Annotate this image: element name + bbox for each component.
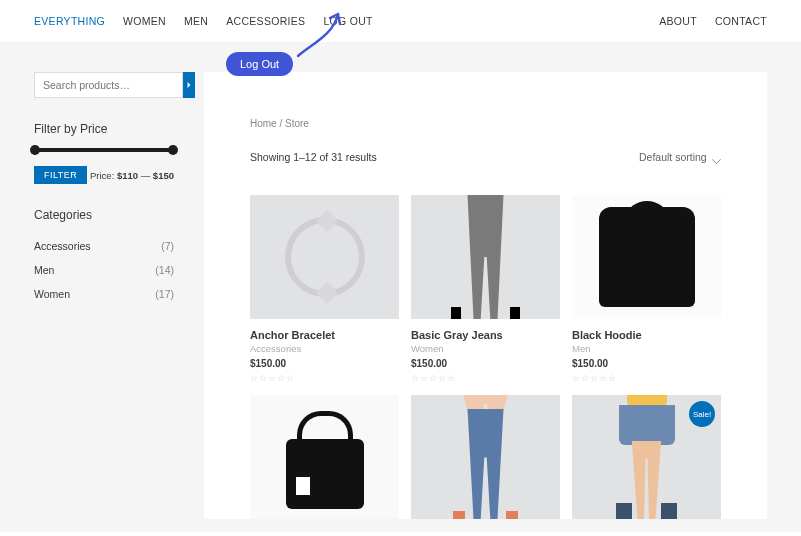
product-image	[572, 195, 721, 319]
breadcrumb[interactable]: Home / Store	[250, 118, 721, 129]
sort-select[interactable]: Default sorting	[639, 151, 721, 163]
category-women[interactable]: Women (17)	[34, 282, 174, 306]
product-card[interactable]: Basic Gray Jeans Women $150.00 ☆☆☆☆☆	[411, 195, 560, 383]
category-men[interactable]: Men (14)	[34, 258, 174, 282]
product-image	[411, 395, 560, 519]
sort-dropdown[interactable]: Default sorting	[639, 151, 721, 163]
category-label: Men	[34, 264, 54, 276]
filter-title: Filter by Price	[34, 122, 174, 136]
category-count: (14)	[155, 264, 174, 276]
product-image: Sale!	[572, 395, 721, 519]
product-title: Black Hoodie	[572, 329, 721, 341]
categories-title: Categories	[34, 208, 174, 222]
main-content: Home / Store Showing 1–12 of 31 results …	[204, 72, 767, 519]
product-price: $150.00	[250, 358, 399, 369]
sale-badge: Sale!	[689, 401, 715, 427]
nav-about[interactable]: ABOUT	[659, 15, 697, 27]
product-image	[250, 195, 399, 319]
product-category: Accessories	[250, 343, 399, 354]
product-title: Anchor Bracelet	[250, 329, 399, 341]
results-count: Showing 1–12 of 31 results	[250, 151, 377, 163]
price-sep: —	[138, 170, 153, 181]
nav-men[interactable]: MEN	[184, 15, 208, 27]
logout-callout: Log Out	[226, 52, 293, 76]
nav-everything[interactable]: EVERYTHING	[34, 15, 105, 27]
filter-button[interactable]: FILTER	[34, 166, 87, 184]
search	[34, 72, 174, 98]
product-card[interactable]	[250, 395, 399, 519]
product-image	[250, 395, 399, 519]
category-label: Accessories	[34, 240, 91, 252]
star-rating-icon: ☆☆☆☆☆	[411, 373, 560, 383]
categories-list: Accessories (7) Men (14) Women (17)	[34, 234, 174, 306]
product-grid: Anchor Bracelet Accessories $150.00 ☆☆☆☆…	[250, 195, 721, 519]
product-category: Women	[411, 343, 560, 354]
callout-arrow-icon	[264, 8, 344, 58]
price-prefix: Price:	[90, 170, 117, 181]
product-image	[411, 195, 560, 319]
product-card[interactable]	[411, 395, 560, 519]
nav-contact[interactable]: CONTACT	[715, 15, 767, 27]
search-input[interactable]	[34, 72, 183, 98]
chevron-right-icon	[183, 79, 195, 91]
product-card[interactable]: Anchor Bracelet Accessories $150.00 ☆☆☆☆…	[250, 195, 399, 383]
star-rating-icon: ☆☆☆☆☆	[572, 373, 721, 383]
search-button[interactable]	[183, 72, 195, 98]
product-category: Men	[572, 343, 721, 354]
product-title: Basic Gray Jeans	[411, 329, 560, 341]
star-rating-icon: ☆☆☆☆☆	[250, 373, 399, 383]
price-slider-handle-high[interactable]	[168, 145, 178, 155]
price-slider[interactable]	[34, 148, 174, 152]
product-card[interactable]: Black Hoodie Men $150.00 ☆☆☆☆☆	[572, 195, 721, 383]
category-accessories[interactable]: Accessories (7)	[34, 234, 174, 258]
nav-right: ABOUT CONTACT	[659, 15, 767, 27]
top-nav: EVERYTHING WOMEN MEN ACCESSORIES LOG OUT…	[0, 0, 801, 42]
price-slider-handle-low[interactable]	[30, 145, 40, 155]
price-high: $150	[153, 170, 174, 181]
product-card[interactable]: Sale!	[572, 395, 721, 519]
product-price: $150.00	[411, 358, 560, 369]
product-price: $150.00	[572, 358, 721, 369]
sidebar: Filter by Price FILTER Price: $110 — $15…	[34, 72, 174, 519]
category-label: Women	[34, 288, 70, 300]
category-count: (7)	[161, 240, 174, 252]
price-low: $110	[117, 170, 138, 181]
category-count: (17)	[155, 288, 174, 300]
nav-women[interactable]: WOMEN	[123, 15, 166, 27]
price-range-label: Price: $110 — $150	[90, 170, 174, 181]
results-toolbar: Showing 1–12 of 31 results Default sorti…	[250, 151, 721, 163]
